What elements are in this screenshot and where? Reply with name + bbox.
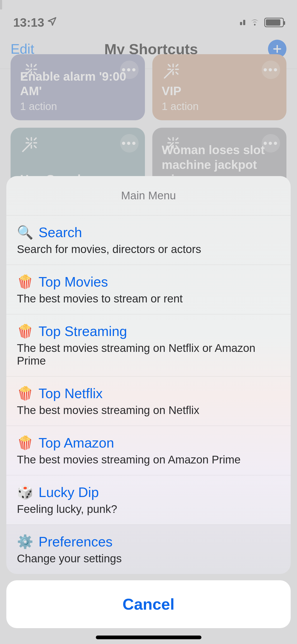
sheet-title: Main Menu	[6, 176, 291, 215]
menu-item-top-netflix[interactable]: 🍿 Top Netflix The best movies streaming …	[6, 376, 291, 426]
menu-item-label: Top Netflix	[39, 385, 103, 401]
menu-item-label: Lucky Dip	[39, 484, 99, 500]
menu-item-label: Top Streaming	[39, 323, 127, 339]
search-icon: 🔍	[17, 226, 33, 239]
menu-item-top-streaming[interactable]: 🍿 Top Streaming The best movies streamin…	[6, 314, 291, 376]
menu-item-desc: The best movies streaming on Amazon Prim…	[17, 453, 280, 466]
menu-item-search[interactable]: 🔍 Search Search for movies, directors or…	[6, 215, 291, 265]
menu-item-label: Preferences	[39, 534, 112, 550]
menu-item-desc: The best movies streaming on Netflix or …	[17, 342, 280, 367]
popcorn-icon: 🍿	[17, 387, 33, 400]
menu-item-desc: The best movies streaming on Netflix	[17, 404, 280, 417]
home-indicator[interactable]	[96, 636, 201, 639]
menu-item-preferences[interactable]: ⚙️ Preferences Change your settings	[6, 525, 291, 574]
menu-item-label: Search	[39, 224, 82, 240]
menu-item-top-movies[interactable]: 🍿 Top Movies The best movies to stream o…	[6, 265, 291, 314]
popcorn-icon: 🍿	[17, 325, 33, 338]
menu-item-desc: The best movies to stream or rent	[17, 292, 280, 305]
menu-item-desc: Feeling lucky, punk?	[17, 503, 280, 516]
cancel-button[interactable]: Cancel	[6, 580, 291, 628]
gear-icon: ⚙️	[17, 535, 33, 548]
menu-item-lucky-dip[interactable]: 🎲 Lucky Dip Feeling lucky, punk?	[6, 475, 291, 525]
popcorn-icon: 🍿	[17, 275, 33, 288]
menu-item-top-amazon[interactable]: 🍿 Top Amazon The best movies streaming o…	[6, 426, 291, 475]
menu-item-desc: Search for movies, directors or actors	[17, 243, 280, 256]
menu-item-desc: Change your settings	[17, 552, 280, 565]
popcorn-icon: 🍿	[17, 436, 33, 449]
dice-icon: 🎲	[17, 486, 33, 499]
action-sheet: Main Menu 🔍 Search Search for movies, di…	[0, 176, 297, 644]
menu-item-label: Top Movies	[39, 274, 108, 290]
menu-item-label: Top Amazon	[39, 435, 114, 451]
